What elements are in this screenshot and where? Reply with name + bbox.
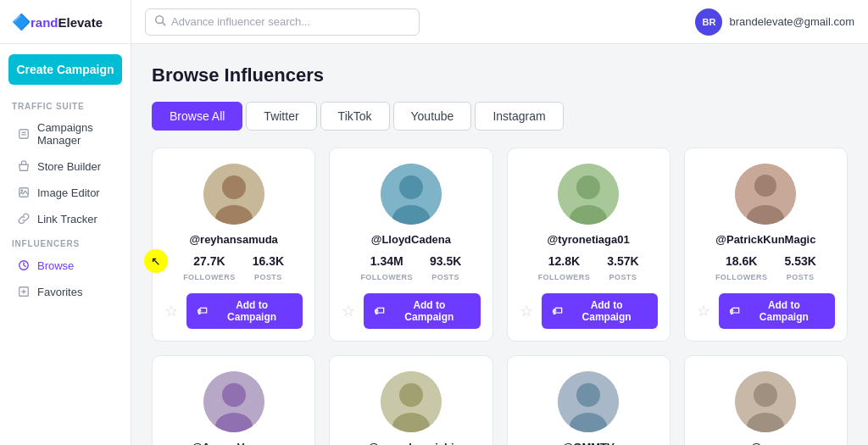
svg-point-7 [156,15,164,23]
influencer-stats: 12.8K FOLLOWERS 3.57K POSTS [520,254,658,283]
influencer-handle: @ArmanVesona [192,441,275,445]
image-icon [17,186,31,199]
avatar [558,371,619,432]
sidebar-item-favorites[interactable]: Favorites [5,279,125,304]
card-actions: ☆ 🏷 Add to Campaign [520,293,658,329]
posts-value: 5.53K [784,254,815,268]
influencer-grid: ↖ @reyhansamuda 27.7K FOLLOWERS 16.3K PO… [152,147,848,445]
card-actions: ☆ 🏷 Add to Campaign [342,293,480,329]
favorites-icon [17,285,31,298]
influencer-handle: @PatrickKunMagic [715,233,815,246]
avatar [735,164,796,225]
sidebar-item-image-editor[interactable]: Image Editor [5,180,125,205]
posts-label: POSTS [787,273,815,281]
card-actions: ☆ 🏷 Add to Campaign [697,293,835,329]
followers-label: FOLLOWERS [715,273,768,281]
logo-area: 🔷randElevate [0,0,131,44]
followers-label: FOLLOWERS [360,273,413,281]
svg-point-10 [222,175,246,199]
add-to-campaign-button[interactable]: 🏷 Add to Campaign [186,293,303,329]
sidebar-item-link-tracker[interactable]: Link Tracker [5,206,125,231]
tab-youtube[interactable]: Youtube [393,102,472,131]
add-to-campaign-button[interactable]: 🏷 Add to Campaign [719,293,835,329]
influencer-handle: @reyhansamuda [189,233,277,246]
campaign-icon: 🏷 [552,305,562,317]
sidebar-item-store-builder[interactable]: Store Builder [5,153,125,179]
followers-value: 18.6K [715,254,768,268]
tab-tiktok[interactable]: TikTok [320,102,390,131]
search-icon [154,14,166,30]
add-to-campaign-button[interactable]: 🏷 Add to Campaign [542,293,658,329]
campaigns-manager-label: Campaigns Manager [37,121,114,147]
favorite-button[interactable]: ☆ [520,302,533,320]
tab-twitter[interactable]: Twitter [246,102,316,131]
influencers-section: INFLUENCERS Browse Favorites [0,232,131,305]
avatar: BR [695,8,722,36]
influencer-stats: 1.34M FOLLOWERS 93.5K POSTS [342,254,480,283]
sidebar-item-campaigns-manager[interactable]: Campaigns Manager [5,115,125,153]
svg-point-19 [754,175,776,197]
sidebar: 🔷randElevate Create Campaign TRAFFIC SUI… [0,0,131,445]
create-campaign-button[interactable]: Create Campaign [8,54,122,85]
followers-value: 27.7K [183,254,236,268]
user-area: BR brandelevate@gmail.com [695,8,854,36]
campaign-icon: 🏷 [374,305,384,317]
cursor-indicator: ↖ [144,249,168,273]
svg-point-25 [399,383,423,407]
influencer-stats: 27.7K FOLLOWERS 16.3K POSTS [164,254,303,283]
add-campaign-label: Add to Campaign [211,299,292,323]
posts-value: 16.3K [253,254,284,268]
list-item: @LloydCadena 1.34M FOLLOWERS 93.5K POSTS… [329,147,492,342]
avatar [558,164,619,225]
list-item: @GMMTV [507,355,670,445]
favorite-button[interactable]: ☆ [697,302,710,320]
search-box[interactable] [145,8,420,36]
avatar [203,371,264,432]
posts-stat: 5.53K POSTS [784,254,815,283]
followers-value: 12.8K [538,254,591,268]
browse-icon [17,259,31,272]
svg-point-13 [399,175,423,199]
posts-label: POSTS [254,273,282,281]
avatar [735,371,796,432]
add-to-campaign-button[interactable]: 🏷 Add to Campaign [364,293,480,329]
list-item: @ArmanVesona [152,355,315,445]
logo: 🔷randElevate [12,13,103,31]
svg-point-31 [754,383,777,407]
influencer-handle: @LloydCadena [371,233,451,246]
store-icon [17,159,31,173]
list-item: @queerkunoichi [329,355,492,445]
svg-point-4 [21,190,23,192]
avatar [203,164,264,225]
avatar [381,164,442,225]
avatar [381,371,442,432]
search-input[interactable] [171,15,410,28]
sidebar-item-browse[interactable]: Browse [5,253,125,278]
campaign-icon: 🏷 [729,305,739,317]
add-campaign-label: Add to Campaign [743,299,825,323]
favorite-button[interactable]: ☆ [164,302,178,320]
posts-stat: 93.5K POSTS [430,254,461,283]
posts-value: 93.5K [430,254,461,268]
followers-label: FOLLOWERS [183,273,236,281]
influencer-handle: @tyronetiaga01 [548,233,630,246]
influencer-handle: @GMMTV [563,441,615,445]
store-builder-label: Store Builder [37,160,101,173]
influencers-label: INFLUENCERS [0,232,131,252]
add-campaign-label: Add to Campaign [566,299,648,323]
link-icon [17,212,31,225]
traffic-suite-label: TRAFFIC SUITE [0,95,131,114]
favorite-button[interactable]: ☆ [342,302,355,320]
posts-label: POSTS [431,273,459,281]
tab-instagram[interactable]: Instagram [475,102,563,131]
user-email: brandelevate@gmail.com [729,15,854,28]
svg-point-16 [576,175,600,199]
image-editor-label: Image Editor [37,186,100,199]
topbar: BR brandelevate@gmail.com [131,0,868,44]
link-tracker-label: Link Tracker [37,213,97,225]
content-area: Browse Influencers Browse All Twitter Ti… [131,44,868,445]
svg-line-8 [163,22,166,25]
svg-point-22 [222,383,246,407]
tab-browse-all[interactable]: Browse All [152,102,242,131]
campaign-icon: 🏷 [197,305,207,317]
